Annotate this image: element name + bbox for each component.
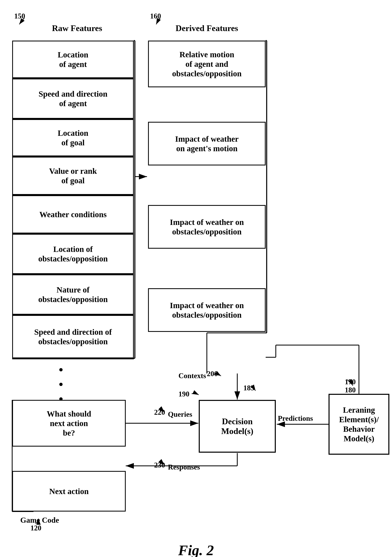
ref-230: 230 [154,461,165,469]
raw-box-value-rank-goal: Value or rankof goal [12,156,134,195]
ref-200: 200 [207,369,218,378]
ref-160: 160 [150,12,161,20]
ref-170: 170 [345,377,356,386]
game-code-label: Game Code [20,516,59,524]
what-action-box: What shouldnext actionbe? [12,400,126,447]
ref-180: 180 [345,386,356,394]
derived-box-impact-weather-obstacles1: Impact of weather onobstacles/opposition [148,205,266,249]
raw-box-nature-obstacles: Nature ofobstacles/opposition [12,274,134,315]
derived-box-relative-motion: Relative motionof agent andobstacles/opp… [148,41,266,87]
predictions-label: Predictions [278,414,313,423]
responses-label: Responses [168,463,200,471]
queries-label: Queries [168,410,192,418]
next-action-box: Next action [12,471,126,512]
ref-150: 150 [14,12,25,20]
learning-box: LeraningElement(s)/BehaviorModel(s) [328,394,389,455]
raw-features-label: Raw Features [20,23,134,33]
fig-label: Fig. 2 [0,542,392,557]
ref-220: 220 [154,408,165,417]
raw-box-speed-direction-obstacles: Speed and direction ofobstacles/oppositi… [12,315,134,358]
raw-box-weather-conditions: Weather conditions [12,195,134,233]
decision-model-box: DecisionModel(s) [199,400,276,453]
raw-box-location-agent: Locationof agent [12,41,134,78]
contexts-label: Contexts [178,371,206,380]
derived-box-impact-weather-motion: Impact of weatheron agent's motion [148,122,266,165]
derived-box-impact-weather-obstacles2: Impact of weather onobstacles/opposition [148,288,266,332]
ref-190: 190 [178,390,189,398]
raw-box-location-goal: Locationof goal [12,119,134,156]
raw-box-speed-direction-agent: Speed and directionof agent [12,78,134,119]
derived-features-label: Derived Features [150,23,264,33]
ref-120: 120 [30,524,41,532]
raw-box-location-obstacles: Location ofobstacles/opposition [12,233,134,274]
ref-185: 185 [243,384,254,392]
ellipsis-dots: ••• [59,362,65,406]
raw-bottom-border [12,358,134,359]
